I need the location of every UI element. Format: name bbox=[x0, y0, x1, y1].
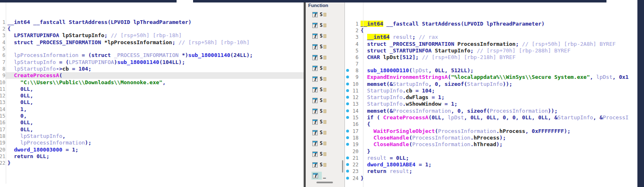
code-line[interactable]: 5 bbox=[0, 46, 304, 52]
function-row[interactable]: S bbox=[311, 140, 344, 147]
functions-vertical-scrollbar-thumb[interactable] bbox=[342, 160, 343, 173]
function-row[interactable]: S bbox=[311, 151, 344, 157]
code-line[interactable]: 15 if ( CreateProcessA(0LL, lpDst, 0LL, … bbox=[345, 114, 637, 121]
function-row[interactable]: S bbox=[311, 97, 344, 104]
address-dot-empty bbox=[345, 47, 350, 54]
code-line[interactable]: 7 bbox=[345, 61, 637, 67]
code-line[interactable]: 20 dword_180003000 = 1; bbox=[0, 147, 304, 153]
code-line[interactable]: 11 StartupInfo.cb = 104; bbox=[345, 88, 637, 94]
function-f-icon bbox=[313, 173, 318, 178]
function-icon-cell bbox=[311, 11, 318, 18]
code-text: StartupInfo.wShowWindow = 1; bbox=[359, 101, 637, 107]
code-line[interactable]: 18 lpStartupInfo, bbox=[0, 133, 304, 140]
line-number: 8 bbox=[350, 68, 359, 74]
function-row[interactable]: S bbox=[311, 108, 344, 114]
code-line[interactable]: 22 dword_18001ABE4 = 1; bbox=[345, 161, 637, 168]
function-row[interactable]: S bbox=[311, 22, 344, 28]
line-number: 1 bbox=[0, 19, 5, 26]
function-name-clipped-chip bbox=[323, 99, 326, 102]
code-line[interactable]: 10 memset(&StartupInfo, 0, sizeof(Startu… bbox=[345, 81, 637, 88]
function-row[interactable]: S bbox=[311, 86, 344, 93]
function-name-clipped-chip bbox=[323, 66, 326, 70]
code-line[interactable]: 11 0LL, bbox=[0, 86, 304, 92]
code-line[interactable]: 23 return result; bbox=[345, 168, 637, 175]
code-line[interactable]: 7 lpStartupInfo = (LPSTARTUPINFOA)sub_18… bbox=[0, 59, 304, 66]
address-dot-empty bbox=[345, 41, 350, 47]
function-icon-cell bbox=[311, 97, 318, 104]
function-icon-cell bbox=[311, 108, 318, 115]
address-dot-icon bbox=[345, 101, 350, 107]
code-text: __int64 __fastcall StartAddress(LPVOID l… bbox=[5, 19, 304, 25]
code-line[interactable]: 22} bbox=[0, 160, 304, 166]
function-row[interactable]: S bbox=[311, 76, 344, 82]
code-line[interactable]: 17 0LL, bbox=[0, 126, 304, 133]
code-line[interactable]: 21 return 0LL; bbox=[0, 153, 304, 160]
code-line[interactable]: 6 CHAR lpDst[512]; // [rsp+E0h] [rbp-218… bbox=[345, 54, 637, 61]
code-line[interactable]: 9 ExpandEnvironmentStringsA("%localappda… bbox=[345, 74, 637, 80]
code-line[interactable]: 10 "C:\\Users\\Public\\Downloads\\Monono… bbox=[0, 79, 304, 86]
code-line[interactable]: 6 lpProcessInformation = (struct _PROCES… bbox=[0, 52, 304, 59]
code-line[interactable]: 4 struct _PROCESS_INFORMATION ProcessInf… bbox=[345, 41, 637, 47]
code-line[interactable]: 13 StartupInfo.wShowWindow = 1; bbox=[345, 101, 637, 107]
code-line[interactable]: 24} bbox=[345, 175, 637, 182]
function-row[interactable]: S bbox=[311, 129, 344, 136]
code-line[interactable]: 19 lpProcessInformation); bbox=[0, 140, 304, 146]
code-line[interactable]: 15 0, bbox=[0, 113, 304, 119]
code-line[interactable]: 4 struct _PROCESS_INFORMATION *lpProcess… bbox=[0, 39, 304, 46]
code-line[interactable]: 16 { bbox=[345, 121, 637, 128]
window-edge-band-right bbox=[637, 0, 644, 187]
function-row[interactable]: S bbox=[311, 118, 344, 125]
address-dot-icon bbox=[345, 128, 350, 135]
function-row[interactable]: S bbox=[311, 43, 344, 50]
function-row[interactable]: S bbox=[311, 54, 344, 61]
code-line[interactable]: 1__int64 __fastcall StartAddress(LPVOID … bbox=[0, 19, 304, 26]
pseudocode-pane-left[interactable]: 1__int64 __fastcall StartAddress(LPVOID … bbox=[0, 0, 304, 184]
function-row[interactable]: S bbox=[311, 161, 344, 168]
code-line[interactable]: 19 CloseHandle(ProcessInformation.hThrea… bbox=[345, 141, 637, 148]
pseudocode-pane-right[interactable]: 1__int64 __fastcall StartAddress(LPVOID … bbox=[345, 2, 637, 187]
line-number: 4 bbox=[0, 40, 5, 46]
line-number: 5 bbox=[0, 46, 5, 52]
ida-decompiler-workspace: 1__int64 __fastcall StartAddress(LPVOID … bbox=[0, 0, 644, 187]
code-line[interactable]: 2{ bbox=[345, 27, 637, 34]
functions-list[interactable]: SSSSSSSSSSSSSSS_ bbox=[306, 11, 344, 183]
functions-horizontal-scrollbar-thumb[interactable] bbox=[316, 182, 333, 183]
function-row-selected[interactable]: _ bbox=[311, 172, 344, 179]
function-row[interactable]: S bbox=[311, 11, 344, 18]
code-line[interactable]: 5 struct _STARTUPINFOA StartupInfo; // [… bbox=[345, 47, 637, 54]
code-line[interactable]: 16 0LL, bbox=[0, 119, 304, 126]
line-number: 7 bbox=[0, 59, 5, 66]
code-text: 0, bbox=[5, 113, 304, 119]
function-f-icon bbox=[312, 87, 318, 92]
code-line[interactable]: 14 1, bbox=[0, 106, 304, 113]
line-number: 16 bbox=[350, 121, 359, 128]
code-line[interactable]: 2{ bbox=[0, 26, 304, 32]
code-line[interactable]: 18 CloseHandle(ProcessInformation.hProce… bbox=[345, 135, 637, 141]
code-line[interactable]: 8 lpStartupInfo->cb = 104; bbox=[0, 66, 304, 72]
line-number: 21 bbox=[350, 155, 359, 161]
code-line[interactable]: 14 memset(&ProcessInformation, 0, sizeof… bbox=[345, 108, 637, 114]
code-line[interactable]: 9 CreateProcessA( bbox=[0, 72, 304, 79]
code-text: "C:\\Users\\Public\\Downloads\\Mononoke.… bbox=[5, 79, 304, 85]
code-line[interactable]: 12 StartupInfo.dwFlags = 1; bbox=[345, 94, 637, 101]
code-line[interactable]: 21 result = 0LL; bbox=[345, 155, 637, 161]
line-number: 4 bbox=[350, 41, 359, 47]
code-line[interactable]: 12 0LL, bbox=[0, 92, 304, 99]
code-line[interactable]: 3 LPSTARTUPINFOA lpStartupInfo; // [rsp+… bbox=[0, 32, 304, 39]
function-name-truncated: S bbox=[320, 119, 323, 125]
code-line[interactable]: 13 0LL, bbox=[0, 99, 304, 106]
address-dot-icon bbox=[345, 67, 350, 74]
function-name-truncated: _ bbox=[323, 173, 326, 178]
code-text: 0LL, bbox=[5, 86, 304, 92]
line-number: 21 bbox=[0, 154, 5, 160]
functions-panel[interactable]: Function SSSSSSSSSSSSSSS_ bbox=[306, 0, 345, 187]
code-line[interactable]: 20 } bbox=[345, 148, 637, 155]
line-number: 7 bbox=[350, 61, 359, 67]
code-line[interactable]: 3 __int64 result; // rax bbox=[345, 34, 637, 40]
line-number: 10 bbox=[0, 80, 5, 86]
code-line[interactable]: 17 WaitForSingleObject(ProcessInformatio… bbox=[345, 128, 637, 135]
function-row[interactable]: S bbox=[311, 65, 344, 71]
function-row[interactable]: S bbox=[311, 33, 344, 39]
code-line[interactable]: 8 sub_18000D110(lpDst, 0LL, 512LL); bbox=[345, 67, 637, 74]
code-line[interactable]: 1__int64 __fastcall StartAddress(LPVOID … bbox=[345, 21, 637, 27]
